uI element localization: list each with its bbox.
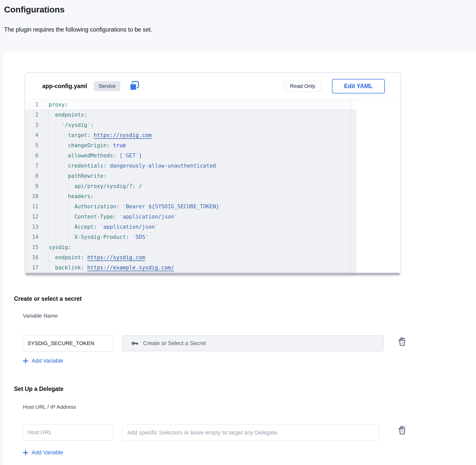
indent-guide xyxy=(55,201,61,212)
indent-guide xyxy=(68,181,74,191)
indent-guide xyxy=(62,161,68,171)
indent-guide xyxy=(49,120,55,130)
indent-guide xyxy=(62,201,68,212)
code-line: 1proxy: xyxy=(25,100,356,110)
line-number: 14 xyxy=(25,232,46,242)
indent-guide xyxy=(49,263,55,273)
page-header: Configurations The plugin requires the f… xyxy=(0,0,476,51)
code-line: 7credentials: dangerously-allow-unauthen… xyxy=(25,161,356,171)
line-number: 10 xyxy=(25,191,46,201)
indent-guide xyxy=(49,151,55,161)
indent-guide xyxy=(62,191,68,201)
delete-delegate-button[interactable] xyxy=(397,425,407,435)
plus-icon xyxy=(22,449,29,456)
line-number: 11 xyxy=(25,201,46,212)
code-line: 8pathRewrite: xyxy=(25,171,356,181)
code-area: 1proxy:2endpoints:3'/sysdig':4target: ht… xyxy=(25,100,356,276)
host-url-label: Host URL / IP Address xyxy=(23,404,76,410)
code-line: 14X-Sysdig-Product: 'SDS' xyxy=(25,232,356,242)
indent-guide xyxy=(55,191,61,201)
code-line: 16endpoint: https://sysdig.com xyxy=(25,252,356,263)
secret-section-heading: Create or select a secret xyxy=(14,295,82,302)
indent-guide xyxy=(62,130,68,140)
config-file-name: app-config.yaml xyxy=(42,83,87,90)
line-number: 2 xyxy=(25,110,46,120)
secret-select-placeholder: Create or Select a Secret xyxy=(143,340,206,347)
main-panel: app-config.yaml Service Read Only Edit Y… xyxy=(3,51,476,465)
code-line: 11Authorization: 'Bearer ${SYSDIG_SECURE… xyxy=(25,201,356,212)
yaml-card-header: app-config.yaml Service Read Only Edit Y… xyxy=(25,73,401,99)
code-line: 17backlink: https://example.sysdig.com/ xyxy=(25,263,356,273)
line-number: 15 xyxy=(25,242,46,252)
page-subtitle: The plugin requires the following config… xyxy=(4,26,472,33)
code-line: 5changeOrigin: true xyxy=(25,140,356,151)
secret-select-field[interactable]: Create or Select a Secret xyxy=(122,335,384,351)
line-number: 7 xyxy=(25,161,46,171)
code-line: 4target: https://sysdig.com xyxy=(25,130,356,140)
variable-name-label: Variable Name xyxy=(23,313,58,319)
code-line: 6allowedMethods: ['GET'] xyxy=(25,151,356,161)
indent-guide xyxy=(62,181,68,191)
indent-guide xyxy=(62,222,68,232)
indent-guide xyxy=(68,212,74,222)
indent-guide xyxy=(55,222,61,232)
code-line: 2endpoints: xyxy=(25,110,356,120)
trash-icon xyxy=(397,425,407,435)
page-title: Configurations xyxy=(4,5,472,15)
indent-guide xyxy=(49,252,55,263)
delete-variable-button[interactable] xyxy=(397,336,407,346)
indent-guide xyxy=(49,161,55,171)
code-line: 10headers: xyxy=(25,191,356,201)
line-number: 6 xyxy=(25,151,46,161)
indent-guide xyxy=(49,222,55,232)
indent-guide xyxy=(55,171,61,181)
indent-guide xyxy=(55,151,61,161)
copy-icon xyxy=(129,81,140,91)
plus-icon xyxy=(22,358,29,364)
indent-guide xyxy=(49,171,55,181)
indent-guide xyxy=(55,181,61,191)
code-line: 9api/proxy/sysdig/?: / xyxy=(25,181,356,191)
indent-guide xyxy=(68,201,74,212)
copy-button[interactable] xyxy=(129,81,140,91)
host-url-input[interactable] xyxy=(22,424,114,441)
delegate-section-heading: Set Up a Delegate xyxy=(14,386,63,392)
indent-guide xyxy=(62,212,68,222)
indent-guide xyxy=(49,191,55,201)
line-number: 13 xyxy=(25,222,46,232)
edit-yaml-button[interactable]: Edit YAML xyxy=(332,79,385,93)
indent-guide xyxy=(62,232,68,242)
vertical-scrollbar-track[interactable] xyxy=(351,100,356,276)
indent-guide xyxy=(55,130,61,140)
add-variable-label: Add Variable xyxy=(32,449,63,456)
indent-guide xyxy=(49,181,55,191)
line-number: 5 xyxy=(25,140,46,151)
trash-icon xyxy=(397,336,407,346)
line-number: 3 xyxy=(25,120,46,130)
code-line: 12Content-Type: 'application/json' xyxy=(25,212,356,222)
line-number: 12 xyxy=(25,212,46,222)
yaml-code-editor[interactable]: 1proxy:2endpoints:3'/sysdig':4target: ht… xyxy=(25,99,401,276)
add-variable-button-secret[interactable]: Add Variable xyxy=(22,358,63,364)
indent-guide xyxy=(68,222,74,232)
yaml-config-card: app-config.yaml Service Read Only Edit Y… xyxy=(25,73,401,276)
indent-guide xyxy=(49,110,55,120)
horizontal-scrollbar[interactable] xyxy=(26,273,400,275)
indent-guide xyxy=(62,151,68,161)
add-variable-button-delegate[interactable]: Add Variable xyxy=(22,449,63,456)
read-only-button[interactable]: Read Only xyxy=(284,81,321,92)
line-number: 17 xyxy=(25,263,46,273)
indent-guide xyxy=(55,120,61,130)
indent-guide xyxy=(62,171,68,181)
indent-guide xyxy=(49,130,55,140)
delegate-selectors-input[interactable] xyxy=(122,425,379,441)
indent-guide xyxy=(55,232,61,242)
variable-name-input[interactable] xyxy=(22,335,114,351)
line-number: 8 xyxy=(25,171,46,181)
line-number: 1 xyxy=(25,100,46,110)
indent-guide xyxy=(49,140,55,151)
code-line: 13Accept: 'application/json' xyxy=(25,222,356,232)
code-line: 15sysdig: xyxy=(25,242,356,252)
code-line: 3'/sysdig': xyxy=(25,120,356,130)
indent-guide xyxy=(49,201,55,212)
